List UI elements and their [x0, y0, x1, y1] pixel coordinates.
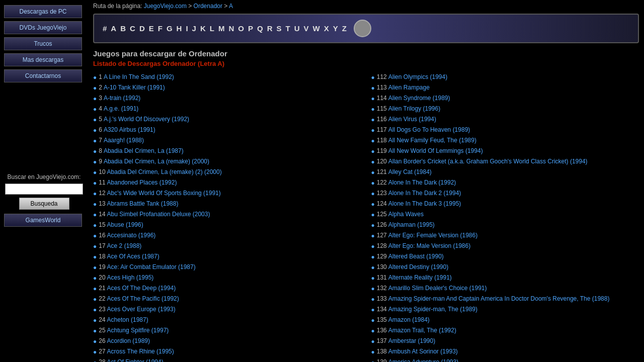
game-link[interactable]: Abandoned Places (1992) [107, 178, 177, 187]
nav-trucos[interactable]: Trucos [4, 37, 82, 50]
game-number: 130 [377, 262, 387, 272]
game-link[interactable]: Aaargh! (1988) [104, 136, 144, 145]
game-link[interactable]: Acheton (1987) [107, 315, 148, 324]
game-link[interactable]: Alien Rampage [388, 83, 430, 92]
game-link[interactable]: Aces High (1995) [107, 273, 154, 282]
game-link[interactable]: Abrams Battle Tank (1988) [107, 199, 179, 208]
game-link[interactable]: Ace: Air Combat Emulator (1987) [107, 262, 196, 272]
game-link[interactable]: A.j.'s World Of Discovery (1992) [104, 115, 189, 124]
alpha-n[interactable]: N [227, 24, 235, 33]
search-button[interactable]: Busqueda [19, 198, 69, 210]
game-link[interactable]: Ace Of Aces (1987) [107, 252, 159, 261]
game-link[interactable]: All New Family Feud, The (1989) [388, 136, 476, 145]
game-link[interactable]: Abadia Del Crimen, La (1987) [104, 146, 184, 155]
alpha-b[interactable]: B [119, 24, 127, 33]
game-link[interactable]: Aces Over Europe (1993) [107, 305, 176, 314]
alpha-w[interactable]: W [312, 24, 321, 33]
alpha-r[interactable]: R [266, 24, 274, 33]
alpha-x[interactable]: X [323, 24, 330, 33]
breadcrumb-link-a[interactable]: A [229, 3, 233, 10]
game-link[interactable]: Alpha Waves [388, 210, 424, 219]
game-link[interactable]: Ace 2 (1988) [107, 241, 142, 250]
game-link[interactable]: Altered Beast (1990) [388, 252, 444, 261]
list-item: ●138 Ambush At Sorinor (1993) [371, 347, 639, 356]
nav-descargas-pc[interactable]: Descargas de PC [4, 5, 82, 18]
nav-mas-descargas[interactable]: Mas descargas [4, 53, 82, 66]
game-link[interactable]: Act Of Fighter (1994) [107, 357, 164, 362]
alpha-c[interactable]: C [129, 24, 136, 33]
alpha-h[interactable]: H [176, 24, 183, 33]
game-link[interactable]: America Adventure (1993) [388, 357, 458, 362]
game-link[interactable]: Aces Of The Pacific (1992) [107, 294, 179, 303]
alpha-t[interactable]: T [285, 24, 291, 33]
alpha-q[interactable]: Q [256, 24, 264, 33]
game-link[interactable]: Ambush At Sorinor (1993) [388, 347, 458, 356]
list-item: ●135 Amazon (1984) [371, 315, 639, 325]
alpha-m[interactable]: M [217, 24, 226, 33]
gamesworld-button[interactable]: GamesWorld [4, 214, 82, 227]
game-link[interactable]: Abu Simbel Profanation Deluxe (2003) [107, 210, 210, 219]
alpha-y[interactable]: Y [332, 24, 339, 33]
list-item: ●25 Achtung Spitfire (1997) [93, 326, 361, 335]
game-link[interactable]: Alone In The Dark 3 (1995) [388, 199, 461, 208]
game-link[interactable]: Amberstar (1990) [388, 336, 435, 345]
game-link[interactable]: Abc's Wide World Of Sports Boxing (1991) [107, 189, 221, 198]
game-link[interactable]: Alien Virus (1994) [388, 115, 436, 124]
game-link[interactable]: Alley Cat (1984) [388, 167, 432, 176]
alpha-p[interactable]: P [247, 24, 254, 33]
game-link[interactable]: Amazing Spider-man And Captain America I… [388, 294, 610, 303]
game-link[interactable]: A-train (1992) [104, 94, 140, 103]
game-link[interactable]: All New World Of Lemmings (1994) [388, 146, 483, 155]
game-link[interactable]: Amazing Spider-man, The (1989) [388, 305, 477, 314]
game-link[interactable]: Acordion (1989) [107, 336, 150, 345]
game-link[interactable]: Across The Rhine (1995) [107, 347, 174, 356]
game-link[interactable]: Amarillo Slim Dealer's Choice (1991) [388, 284, 487, 293]
breadcrumb-link-home[interactable]: JuegoViejo.com [144, 3, 187, 10]
alpha-hash[interactable]: # [102, 24, 108, 33]
game-link[interactable]: Amazon Trail, The (1992) [388, 326, 456, 335]
game-link[interactable]: Alone In The Dark (1992) [388, 178, 456, 187]
game-link[interactable]: A-10 Tank Killer (1991) [104, 83, 165, 92]
list-item: ●12 Abc's Wide World Of Sports Boxing (1… [93, 189, 361, 198]
game-link[interactable]: Abadia Del Crimen, La (remake) (2000) [104, 157, 209, 166]
game-link[interactable]: Amazon (1984) [388, 315, 430, 324]
game-link[interactable]: Alien Olympics (1994) [388, 72, 447, 81]
alpha-i[interactable]: I [185, 24, 189, 33]
alpha-o[interactable]: O [237, 24, 245, 33]
alpha-d[interactable]: D [138, 24, 146, 33]
game-link[interactable]: Allan Border's Cricket (a.k.a. Graham Go… [388, 157, 588, 166]
game-link[interactable]: Alphaman (1995) [388, 220, 435, 229]
alpha-f[interactable]: F [157, 24, 164, 33]
game-number: 128 [377, 241, 387, 250]
nav-contactarnos[interactable]: Contactarnos [4, 69, 82, 82]
alpha-e[interactable]: E [148, 24, 155, 33]
search-input[interactable] [5, 184, 83, 195]
game-link[interactable]: Aces Of The Deep (1994) [107, 284, 176, 293]
nav-dvds[interactable]: DVDs JuegoViejo [4, 21, 82, 34]
game-link[interactable]: Abuse (1996) [107, 220, 143, 229]
game-link[interactable]: Alter Ego: Male Version (1986) [388, 241, 470, 250]
alpha-l[interactable]: L [209, 24, 215, 33]
game-link[interactable]: A.g.e. (1991) [104, 104, 138, 113]
alpha-v[interactable]: V [303, 24, 310, 33]
game-link[interactable]: Accesinato (1996) [107, 231, 156, 240]
game-link[interactable]: Alien Trilogy (1996) [388, 104, 440, 113]
alpha-k[interactable]: K [199, 24, 207, 33]
alpha-s[interactable]: S [276, 24, 283, 33]
game-link[interactable]: Alien Syndrome (1989) [388, 94, 450, 103]
game-link[interactable]: Alternate Reality (1991) [388, 273, 452, 282]
game-link[interactable]: A Line In The Sand (1992) [104, 72, 174, 81]
alpha-z[interactable]: Z [341, 24, 348, 33]
game-link[interactable]: A320 Airbus (1991) [104, 125, 155, 134]
alpha-u[interactable]: U [293, 24, 301, 33]
game-link[interactable]: Alter Ego: Female Version (1986) [388, 231, 477, 240]
alpha-g[interactable]: G [166, 24, 174, 33]
alpha-a[interactable]: A [110, 24, 117, 33]
game-link[interactable]: Abadia Del Crimen, La (remake) (2) (2000… [107, 167, 222, 176]
game-link[interactable]: Achtung Spitfire (1997) [107, 326, 169, 335]
alpha-j[interactable]: J [191, 24, 197, 33]
game-link[interactable]: All Dogs Go To Heaven (1989) [388, 125, 470, 134]
game-link[interactable]: Alone In The Dark 2 (1994) [388, 189, 461, 198]
game-link[interactable]: Altered Destiny (1990) [388, 262, 448, 272]
breadcrumb-link-ordenador[interactable]: Ordenador [194, 3, 222, 10]
